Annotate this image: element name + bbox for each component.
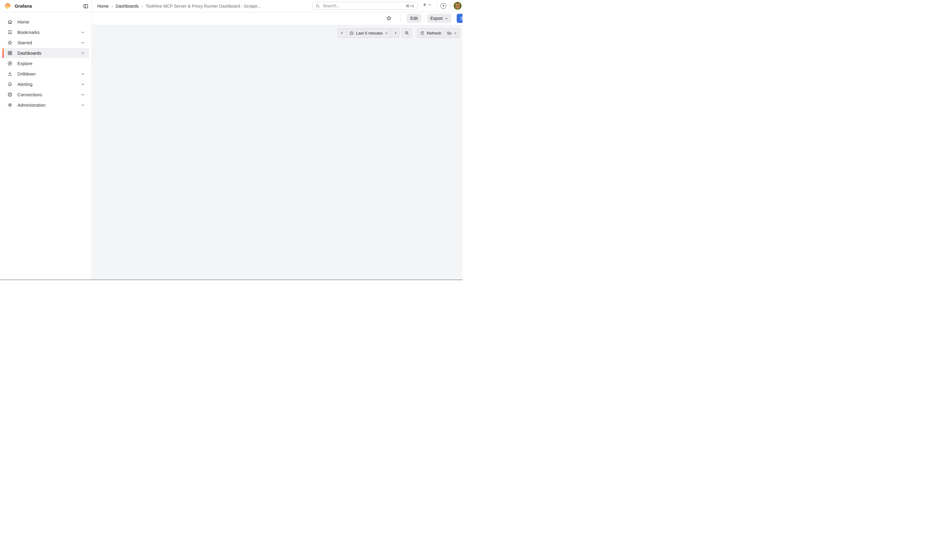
time-shift-back-button[interactable] <box>338 29 346 38</box>
chevron-down-icon <box>385 32 388 35</box>
sidebar-item-label: Connections <box>17 92 42 97</box>
sidebar-item-label: Dashboards <box>17 51 41 56</box>
sidebar-item-label: Home <box>17 20 29 24</box>
grafana-logo-icon[interactable] <box>4 3 11 9</box>
gear-icon <box>7 102 13 108</box>
sidebar-item-connections[interactable]: Connections <box>3 90 89 100</box>
clock-icon <box>350 31 354 36</box>
sidebar-item-administration[interactable]: Administration <box>3 100 89 110</box>
refresh-icon <box>420 31 425 36</box>
time-shift-forward-button[interactable] <box>391 29 399 38</box>
sidebar-item-label: Starred <box>17 41 32 45</box>
drilldown-icon <box>7 71 13 77</box>
dashboards-grid-icon <box>7 50 13 56</box>
breadcrumb-dashboards[interactable]: Dashboards <box>116 4 139 9</box>
sidebar: Home Bookmarks Starred Dashboards Explor… <box>0 12 92 280</box>
chevron-down-icon <box>445 17 448 20</box>
favorite-star-icon[interactable] <box>386 15 392 21</box>
breadcrumb-separator: › <box>111 4 113 9</box>
sidebar-item-label: Administration <box>17 103 45 108</box>
connections-icon <box>7 92 13 98</box>
sidebar-item-dashboards[interactable]: Dashboards <box>3 48 89 58</box>
search-field[interactable] <box>322 3 405 9</box>
search-input[interactable]: ⌘+k <box>312 2 417 10</box>
refresh-group: Refresh 5s <box>417 28 460 38</box>
sidebar-item-label: Drilldown <box>17 72 36 77</box>
brand-name: Grafana <box>15 3 32 9</box>
top-header: Grafana Home › Dashboards › ToolHive MCP… <box>0 0 462 12</box>
time-range-label: Last 5 minutes <box>356 31 383 36</box>
sidebar-item-label: Explore <box>17 61 32 66</box>
chevron-down-icon <box>453 32 457 35</box>
chevron-down-icon[interactable] <box>81 82 85 86</box>
sidebar-item-starred[interactable]: Starred <box>3 38 89 48</box>
sidebar-item-drilldown[interactable]: Drilldown <box>3 69 89 79</box>
chevron-down-icon[interactable] <box>81 30 85 34</box>
dashboard-toolbar: Edit Export Share <box>92 12 462 26</box>
sidebar-item-label: Bookmarks <box>17 30 40 35</box>
refresh-button[interactable]: Refresh <box>417 29 444 38</box>
sidebar-item-home[interactable]: Home <box>3 17 89 27</box>
toolbar-divider <box>424 14 424 23</box>
home-icon <box>7 19 13 25</box>
brand-area: Grafana <box>0 0 92 12</box>
sidebar-item-alerting[interactable]: Alerting <box>3 79 89 89</box>
active-indicator <box>3 48 4 58</box>
sidebar-item-bookmarks[interactable]: Bookmarks <box>3 27 89 37</box>
chevron-down-icon[interactable] <box>81 41 85 45</box>
breadcrumb-home[interactable]: Home <box>97 4 108 9</box>
add-button[interactable] <box>422 2 432 8</box>
search-icon <box>315 4 320 8</box>
breadcrumb-separator: › <box>142 4 143 9</box>
chevron-down-icon[interactable] <box>81 93 85 97</box>
bell-icon <box>7 81 13 87</box>
export-button[interactable]: Export <box>427 14 452 23</box>
user-avatar[interactable] <box>453 2 462 10</box>
sidebar-item-label: Alerting <box>17 82 32 87</box>
time-range-group: Last 5 minutes <box>337 28 400 38</box>
edit-button[interactable]: Edit <box>407 14 421 23</box>
breadcrumb: Home › Dashboards › ToolHive MCP Server … <box>97 0 261 12</box>
refresh-label: Refresh <box>427 31 441 36</box>
bookmark-icon <box>7 29 13 35</box>
search-shortcut: ⌘+k <box>405 4 414 8</box>
refresh-interval-label: 5s <box>447 31 452 36</box>
help-icon[interactable]: ? <box>440 3 446 9</box>
time-range-picker[interactable]: Last 5 minutes <box>346 29 391 38</box>
star-icon <box>7 40 13 45</box>
breadcrumb-current: ToolHive MCP Server & Proxy Runner Dashb… <box>146 4 261 9</box>
chevron-down-icon[interactable] <box>81 103 85 107</box>
compass-icon <box>7 60 13 66</box>
sidebar-item-explore[interactable]: Explore <box>3 59 89 69</box>
time-controls: Last 5 minutes Refresh 5s <box>337 28 460 38</box>
zoom-out-icon <box>404 30 409 36</box>
share-split-button: Share <box>457 14 462 23</box>
dock-menu-icon[interactable] <box>82 3 89 10</box>
chevron-down-icon[interactable] <box>81 72 85 76</box>
chevron-down-icon[interactable] <box>81 51 85 55</box>
dashboard-canvas: Last 5 minutes Refresh 5s <box>92 25 462 280</box>
refresh-interval-picker[interactable]: 5s <box>444 29 460 38</box>
zoom-out-group <box>402 28 412 38</box>
share-button[interactable]: Share <box>457 14 462 23</box>
zoom-out-button[interactable] <box>402 29 412 38</box>
window-bottom-edge <box>0 280 462 280</box>
